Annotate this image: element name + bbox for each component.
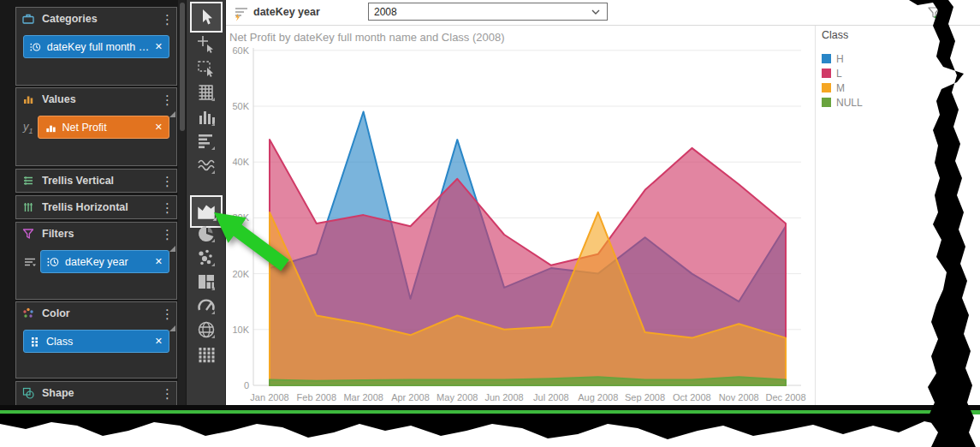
pie-chart-icon (196, 224, 217, 244)
bar-chart-icon (196, 131, 217, 152)
year-dropdown[interactable]: 2008 (368, 3, 608, 21)
panel-label: Color (42, 307, 161, 319)
visual-type-toolbar (187, 0, 226, 406)
chevron-down-icon (590, 6, 602, 18)
panel-values-header[interactable]: Values ⋮ (16, 88, 176, 110)
svg-text:10K: 10K (232, 325, 249, 335)
treemap-icon (196, 271, 217, 292)
slicer-label: dateKey year (253, 6, 320, 18)
svg-text:Feb 2008: Feb 2008 (297, 392, 336, 402)
panel-label: Trellis Horizontal (42, 201, 161, 213)
panel-filters-header[interactable]: Filters ⋮ (16, 223, 176, 245)
panel-label: Categories (42, 13, 161, 25)
chip-label: dateKey year (65, 256, 150, 268)
chip-label: Class (46, 336, 150, 348)
shape-icon (21, 386, 35, 400)
legend-label: M (836, 82, 845, 94)
map-tool[interactable] (196, 319, 217, 340)
svg-text:Nov 2008: Nov 2008 (719, 392, 759, 402)
briefcase-icon (21, 12, 35, 26)
date-field-icon (30, 40, 42, 54)
legend-item-m[interactable]: M (822, 80, 924, 95)
kebab-menu-icon[interactable]: ⋮ (161, 307, 171, 320)
filter-chip-datekey-year[interactable]: dateKey year ✕ (40, 250, 169, 273)
trellis-vertical-icon (21, 174, 35, 188)
pie-chart-tool[interactable] (196, 224, 217, 244)
legend-swatch (822, 83, 831, 92)
panel-shape-header[interactable]: Shape ⋮ (16, 382, 176, 404)
legend-label: L (836, 68, 842, 80)
bar-chart-tool[interactable] (196, 131, 217, 152)
svg-text:May 2008: May 2008 (437, 392, 478, 402)
matrix-icon (196, 344, 217, 365)
panel-label: Trellis Vertical (42, 175, 161, 187)
canvas-area: dateKey year 2008 Net Profit by dateKey … (226, 0, 980, 406)
legend-item-null[interactable]: NULL (822, 95, 924, 110)
svg-text:Mar 2008: Mar 2008 (343, 392, 383, 402)
legend-item-h[interactable]: H (822, 51, 924, 66)
panel-values: Values ⋮ y1 Net Profit ✕ (15, 87, 177, 166)
legend-item-l[interactable]: L (822, 66, 924, 80)
crosshair-tool[interactable] (196, 34, 217, 55)
kebab-menu-icon[interactable]: ⋮ (161, 175, 171, 188)
attribute-grid-icon (30, 335, 41, 349)
svg-text:Sep 2008: Sep 2008 (625, 392, 665, 402)
panel-categories: Categories ⋮ dateKey full month na... ✕ (15, 7, 177, 86)
chip-remove-icon[interactable]: ✕ (155, 256, 163, 267)
svg-text:20K: 20K (232, 269, 249, 279)
panel-fold (169, 246, 175, 252)
kebab-menu-icon[interactable]: ⋮ (161, 93, 171, 106)
app-window: { "sidebar": { "panels": [ {"label": "Ca… (0, 0, 980, 447)
chip-remove-icon[interactable]: ✕ (155, 41, 163, 52)
svg-text:Dec 2008: Dec 2008 (765, 392, 805, 402)
funnel-icon (21, 227, 35, 241)
legend-title: Class (822, 29, 924, 41)
funnel-check-icon[interactable] (926, 4, 943, 21)
fields-sidebar: Categories ⋮ dateKey full month na... ✕ … (0, 0, 187, 406)
area-chart-plot[interactable]: 010K20K30K40K50K60KJan 2008Feb 2008Mar 2… (226, 26, 817, 406)
kebab-menu-icon[interactable]: ⋮ (161, 387, 171, 400)
slicer-bar: dateKey year 2008 (226, 0, 980, 26)
line-chart-tool[interactable] (196, 155, 217, 176)
kebab-menu-icon[interactable]: ⋮ (161, 201, 171, 214)
panel-filters: Filters ⋮ dateKey year ✕ (15, 222, 177, 300)
table-visual-tool[interactable] (196, 82, 217, 103)
column-chart-tool[interactable] (196, 107, 217, 128)
field-chip-datekey-full-month-name[interactable]: dateKey full month na... ✕ (23, 35, 169, 58)
measure-bars-icon (45, 121, 57, 134)
chip-label: dateKey full month na... (47, 41, 150, 53)
treemap-tool[interactable] (196, 271, 217, 292)
scatter-chart-tool[interactable] (196, 247, 217, 268)
panel-shape: Shape ⋮ (15, 381, 177, 406)
date-field-icon (47, 255, 60, 269)
panel-color: Color ⋮ Class ✕ (15, 301, 177, 378)
color-chip-class[interactable]: Class ✕ (23, 330, 169, 353)
svg-text:Aug 2008: Aug 2008 (578, 392, 618, 402)
chip-remove-icon[interactable]: ✕ (155, 336, 163, 347)
legend-separator (815, 26, 816, 405)
svg-text:Oct 2008: Oct 2008 (673, 392, 711, 402)
table-visual-icon (196, 82, 217, 103)
sidebar-scrollbar-thumb[interactable] (180, 3, 185, 131)
legend-label: NULL (836, 97, 863, 109)
legend-swatch (822, 69, 831, 78)
kebab-menu-icon[interactable]: ⋮ (161, 13, 171, 26)
panel-trellis-horizontal-header[interactable]: Trellis Horizontal ⋮ (16, 196, 176, 218)
slicer-icon (233, 5, 250, 22)
year-dropdown-value: 2008 (374, 6, 590, 18)
panel-color-header[interactable]: Color ⋮ (16, 302, 176, 325)
pointer-tool[interactable] (190, 2, 223, 33)
marquee-select-tool[interactable] (196, 58, 217, 79)
area-chart-icon (195, 200, 217, 223)
kebab-menu-icon[interactable]: ⋮ (161, 228, 171, 241)
panel-trellis-vertical: Trellis Vertical ⋮ (15, 169, 177, 193)
measure-chip-net-profit[interactable]: Net Profit ✕ (38, 116, 169, 139)
svg-text:30K: 30K (232, 212, 249, 223)
matrix-tool[interactable] (196, 344, 217, 365)
column-chart-icon (196, 107, 217, 128)
panel-categories-header[interactable]: Categories ⋮ (16, 8, 176, 30)
gauge-tool[interactable] (196, 295, 217, 316)
svg-text:0: 0 (244, 380, 249, 390)
chip-remove-icon[interactable]: ✕ (155, 122, 163, 133)
panel-trellis-vertical-header[interactable]: Trellis Vertical ⋮ (16, 170, 176, 192)
